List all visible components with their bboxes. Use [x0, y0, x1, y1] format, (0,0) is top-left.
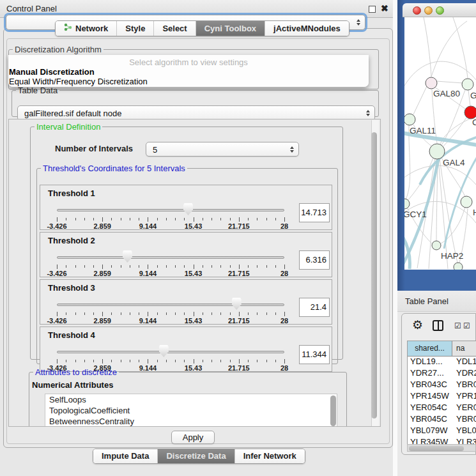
cell-shared-name[interactable]: YBR045C [408, 414, 452, 426]
number-of-intervals-combobox[interactable]: 5 [146, 142, 299, 157]
cell-shared-name[interactable]: YDR27... [408, 368, 452, 380]
horizontal-scrollbar[interactable] [407, 444, 476, 452]
network-window-titlebar[interactable] [403, 3, 476, 17]
slider-track[interactable] [57, 303, 284, 306]
table-row[interactable]: YDL19...YDL1 [408, 357, 476, 368]
panel-title: Control Panel [6, 4, 57, 13]
cell-name[interactable]: YPR1 [452, 391, 476, 403]
list-scrollbar[interactable] [330, 395, 336, 426]
panel-divider[interactable] [393, 0, 397, 476]
gear-icon[interactable]: ⚙ [412, 318, 423, 332]
network-node[interactable] [462, 79, 473, 90]
slider-thumb[interactable] [232, 298, 242, 310]
column-header-shared-name[interactable]: shared... [408, 341, 452, 356]
slider-tick [248, 265, 249, 268]
list-item[interactable]: BetweennessCentrality [45, 416, 337, 427]
vertical-scrollbar[interactable] [371, 120, 379, 426]
tab-discretize-data[interactable]: Discretize Data [157, 449, 234, 463]
cell-name[interactable]: YBR0 [452, 414, 476, 426]
threshold-value-field[interactable]: 11.344 [299, 345, 330, 364]
network-graph[interactable]: GAL80GACGAL11GAL4GCY1HHAP2 [404, 17, 476, 270]
network-node[interactable] [429, 144, 445, 159]
tab-discretize-data-label: Discretize Data [166, 451, 226, 461]
apply-button[interactable]: Apply [171, 431, 215, 444]
checkbox-icon[interactable]: ☑ [454, 321, 461, 330]
network-edge[interactable] [436, 81, 463, 83]
network-edge[interactable] [424, 17, 431, 77]
threshold-value-field[interactable]: 6.316 [299, 250, 330, 270]
slider-tick-label: 2.859 [93, 270, 111, 277]
network-node[interactable] [426, 77, 437, 89]
tab-select[interactable]: Select [153, 21, 195, 36]
table-row[interactable]: YPR145WYPR1 [408, 391, 476, 403]
slider-tick [266, 360, 267, 362]
threshold-slider[interactable]: -3.4262.8599.14415.4321.71528 [40, 327, 332, 371]
slider-track[interactable] [57, 351, 284, 353]
scrollbar-thumb[interactable] [409, 446, 464, 451]
scrollbar-thumb[interactable] [371, 132, 377, 418]
cell-name[interactable]: YER0 [452, 403, 476, 414]
algorithm-option-manual[interactable]: Manual Discretization [9, 67, 95, 77]
float-window-icon[interactable] [369, 6, 376, 13]
tab-style-label: Style [125, 24, 145, 33]
tab-style[interactable]: Style [116, 21, 153, 36]
checkbox-icon[interactable]: ☑ [463, 321, 470, 330]
slider-track[interactable] [57, 209, 284, 211]
cell-name[interactable]: YDR2 [452, 368, 476, 380]
tab-impute-data[interactable]: Impute Data [93, 449, 157, 463]
network-node[interactable] [461, 196, 472, 208]
slider-thumb[interactable] [123, 250, 132, 263]
tab-jactivemnodules[interactable]: jActiveMNodules [265, 21, 349, 36]
minimize-traffic-light[interactable] [424, 6, 433, 15]
network-edge[interactable] [440, 158, 457, 263]
network-node[interactable] [404, 199, 410, 209]
slider-thumb[interactable] [183, 203, 193, 215]
list-item[interactable]: TopologicalCoefficient [45, 405, 337, 416]
network-node[interactable] [432, 241, 441, 250]
cell-shared-name[interactable]: YBL079W [408, 426, 452, 437]
table-row[interactable]: YDR27...YDR2 [408, 368, 476, 380]
table-row[interactable]: YBL079WYBL0 [408, 426, 476, 437]
close-traffic-light[interactable] [413, 6, 421, 15]
table-row[interactable]: YER054CYER0 [408, 403, 476, 414]
tab-infer-network[interactable]: Infer Network [234, 449, 305, 463]
threshold-slider[interactable]: -3.4262.8599.14415.4321.71528 [40, 185, 332, 229]
cell-shared-name[interactable]: YER054C [408, 403, 452, 414]
network-edge[interactable] [431, 21, 467, 77]
threshold-slider[interactable]: -3.4262.8599.14415.4321.71528 [40, 233, 332, 277]
slider-tick-label: -3.426 [47, 270, 66, 277]
slider-track[interactable] [57, 256, 284, 259]
network-node[interactable] [454, 263, 463, 270]
tab-network[interactable]: Network [56, 21, 116, 36]
algorithm-option-equal-width[interactable]: Equal Width/Frequency Discretization [9, 77, 148, 86]
slider-thumb[interactable] [159, 345, 169, 357]
threshold-value-field[interactable]: 21.4 [299, 298, 330, 317]
zoom-traffic-light[interactable] [436, 6, 444, 15]
network-edge[interactable] [413, 86, 427, 114]
numerical-attributes-list[interactable]: SelfLoops TopologicalCoefficient Between… [45, 394, 337, 427]
cell-shared-name[interactable]: YBR043C [408, 380, 452, 391]
network-edge[interactable] [406, 125, 410, 199]
network-canvas[interactable]: GAL80GACGAL11GAL4GCY1HHAP2 [404, 17, 476, 270]
cell-name[interactable]: YDL1 [452, 357, 476, 368]
table-row[interactable]: YBR045CYBR0 [408, 414, 476, 426]
column-header-name[interactable]: na [452, 341, 476, 356]
network-edge-highlighted[interactable] [404, 232, 410, 269]
threshold-value-field[interactable]: 14.713 [299, 203, 330, 222]
node-table[interactable]: shared... na YDL19...YDL1YDR27...YDR2YBR… [407, 341, 476, 445]
table-row[interactable]: YBR043CYBR0 [408, 380, 476, 391]
tab-cyni-toolbox[interactable]: Cyni Toolbox [196, 21, 265, 36]
slider-tick [111, 265, 112, 268]
columns-icon[interactable] [433, 320, 443, 331]
cell-shared-name[interactable]: YDL19... [408, 357, 452, 368]
close-icon[interactable]: ✖ [381, 3, 388, 13]
cell-name[interactable]: YBL0 [452, 426, 476, 437]
threshold-slider[interactable]: -3.4262.8599.14415.4321.71528 [40, 280, 332, 324]
cell-shared-name[interactable]: YPR145W [408, 391, 452, 403]
slider-tick [220, 360, 221, 362]
network-node[interactable] [464, 106, 476, 119]
list-item[interactable]: SelfLoops [45, 394, 337, 405]
cell-name[interactable]: YBR0 [452, 380, 476, 391]
network-node[interactable] [404, 114, 415, 125]
table-panel: ⚙ ☑ ☑ shared... na YDL19...YDL1YDR27...Y… [401, 313, 476, 455]
